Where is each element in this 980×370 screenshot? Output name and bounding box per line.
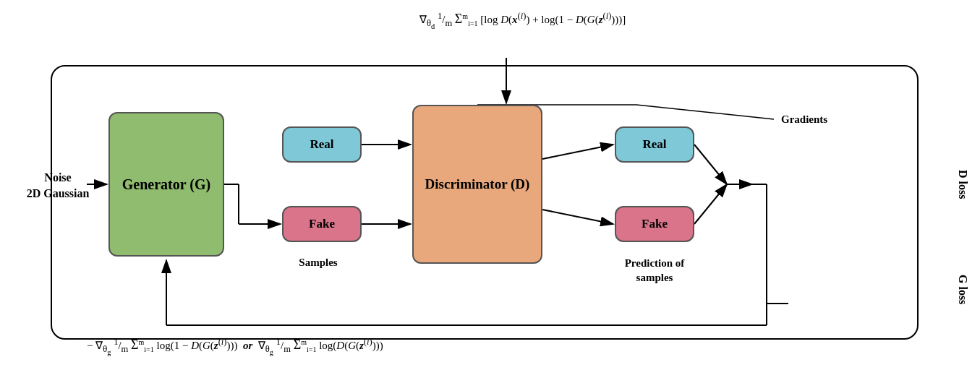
discriminator-box: Discriminator (D) — [412, 105, 542, 264]
svg-line-19 — [636, 105, 774, 119]
svg-line-10 — [694, 184, 727, 224]
svg-line-8 — [542, 210, 613, 224]
fake-output-box: Fake — [615, 206, 694, 242]
svg-text:Gradients: Gradients — [781, 113, 827, 125]
real-output-box: Real — [615, 126, 694, 163]
svg-line-9 — [694, 145, 727, 184]
svg-line-7 — [542, 145, 613, 159]
formula-top: ∇θd 1/m Σmi=1 [log D(x(i)) + log(1 − D(G… — [419, 11, 626, 30]
noise-label: Noise 2D Gaussian — [22, 170, 94, 202]
d-loss-label: D loss — [956, 170, 969, 199]
formula-top-text: ∇θd 1/m Σmi=1 [log D(x(i)) + log(1 − D(G… — [419, 14, 626, 25]
g-loss-label: G loss — [956, 275, 969, 304]
diagram-container: Gradients Noise 2D Gaussian Generator (G… — [0, 0, 980, 370]
prediction-label: Prediction of samples — [600, 257, 709, 285]
formula-bottom: − ∇θg 1/m Σmi=1 log(1 − D(G(z(i)))) or ∇… — [87, 337, 383, 356]
real-input-box: Real — [282, 126, 362, 163]
formula-bottom-text: − ∇θg 1/m Σmi=1 log(1 − D(G(z(i)))) or ∇… — [87, 340, 383, 351]
generator-box: Generator (G) — [108, 112, 224, 257]
samples-label: Samples — [264, 257, 372, 269]
fake-input-box: Fake — [282, 206, 362, 242]
